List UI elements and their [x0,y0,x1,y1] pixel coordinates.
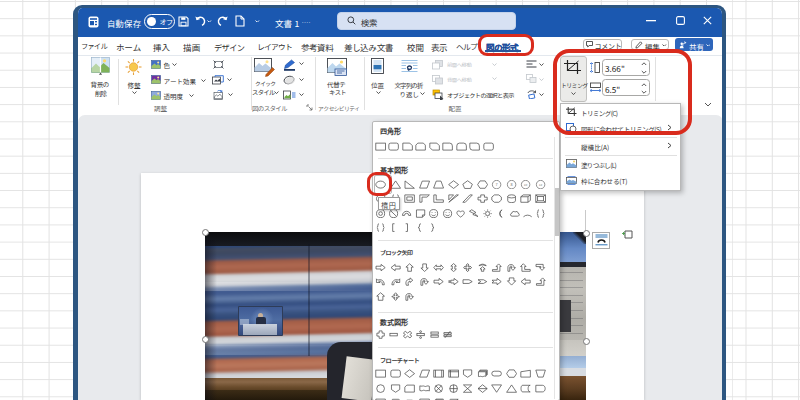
svg-text:10: 10 [524,182,528,187]
svg-text:12: 12 [538,182,542,187]
svg-text:7: 7 [496,182,498,187]
svg-text:8: 8 [510,182,512,187]
